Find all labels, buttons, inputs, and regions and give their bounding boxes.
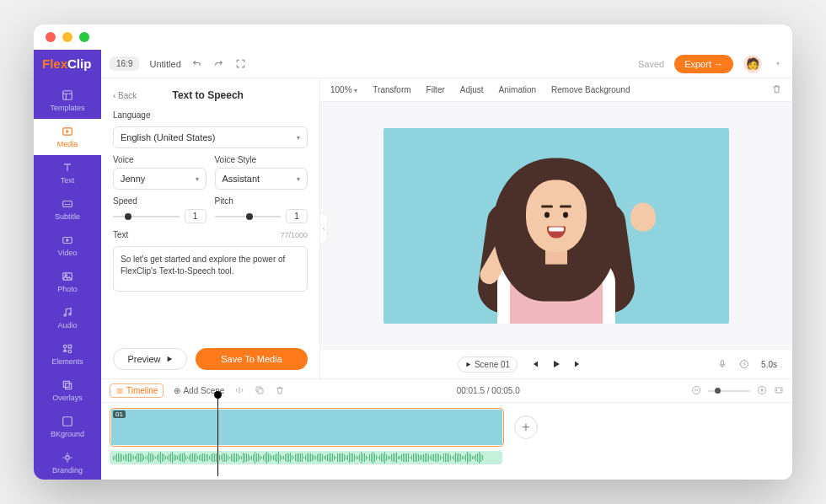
prev-button[interactable] xyxy=(529,359,539,369)
minimize-window-icon[interactable] xyxy=(62,32,72,42)
add-clip-button[interactable]: + xyxy=(514,416,538,439)
timeline-time: 00:01.5 / 00:05.0 xyxy=(457,386,520,395)
svg-point-7 xyxy=(69,314,71,315)
fit-button[interactable] xyxy=(774,385,784,397)
sidebar-item-overlays[interactable]: Overlays xyxy=(34,373,101,409)
language-label: Language xyxy=(113,110,308,120)
speed-value[interactable]: 1 xyxy=(185,209,206,223)
pitch-label: Pitch xyxy=(215,196,308,206)
voice-style-select[interactable]: Assistant▾ xyxy=(215,168,308,190)
zoom-in-button[interactable] xyxy=(757,385,767,397)
chevron-down-icon: ▾ xyxy=(196,175,199,183)
scene-button[interactable]: Scene 01 xyxy=(458,357,518,373)
background-icon xyxy=(62,416,73,427)
play-icon xyxy=(166,356,173,362)
language-value: English (United States) xyxy=(121,132,216,142)
sidebar-item-elements[interactable]: Elements xyxy=(34,336,101,373)
filter-button[interactable]: Filter xyxy=(426,85,445,94)
voice-style-value: Assistant xyxy=(223,174,260,184)
panel-title: Text to Speech xyxy=(142,89,274,101)
svg-rect-17 xyxy=(258,389,263,394)
sidebar-item-templates[interactable]: Templates xyxy=(34,83,101,119)
undo-button[interactable] xyxy=(191,58,203,70)
chevron-down-icon: ▾ xyxy=(354,87,357,94)
logo-clip: Clip xyxy=(67,56,91,71)
sidebar-item-label: Text xyxy=(61,176,75,185)
window-titlebar xyxy=(34,24,792,50)
speed-label: Speed xyxy=(113,196,206,206)
svg-rect-12 xyxy=(66,383,72,389)
text-label: Text xyxy=(113,230,128,239)
sidebar-item-label: Media xyxy=(57,140,78,148)
playhead[interactable] xyxy=(217,393,218,476)
sidebar-item-label: Elements xyxy=(51,357,83,366)
zoom-out-button[interactable] xyxy=(691,385,701,397)
timeline-icon xyxy=(115,387,124,395)
canvas-toolbar: 100% ▾ Transform Filter Adjust Animation… xyxy=(320,78,792,102)
next-button[interactable] xyxy=(573,359,583,369)
user-menu-chevron-icon[interactable]: ▾ xyxy=(772,58,784,70)
sidebar-item-audio[interactable]: Audio xyxy=(34,300,101,336)
aspect-ratio-button[interactable]: 16:9 xyxy=(110,56,139,71)
scene-label: Scene 01 xyxy=(475,360,510,369)
delete-button[interactable] xyxy=(771,83,782,96)
zoom-value: 100% xyxy=(330,85,352,94)
zoom-level-button[interactable]: 100% ▾ xyxy=(330,85,357,94)
animation-button[interactable]: Animation xyxy=(499,85,536,94)
back-button[interactable]: ‹ Back xyxy=(113,91,137,100)
transform-button[interactable]: Transform xyxy=(373,85,410,94)
voice-value: Jenny xyxy=(121,174,145,184)
voice-style-label: Voice Style xyxy=(215,155,308,164)
svg-point-6 xyxy=(64,314,66,316)
copy-button[interactable] xyxy=(255,385,265,397)
maximize-window-icon[interactable] xyxy=(79,32,89,42)
sidebar-item-text[interactable]: Text xyxy=(34,155,101,191)
save-to-media-button[interactable]: Save To Media xyxy=(196,348,308,370)
back-label: Back xyxy=(118,91,137,100)
sidebar-item-bkground[interactable]: BKground xyxy=(34,409,101,445)
panel-collapse-button[interactable]: ‹ xyxy=(319,213,328,244)
sidebar-item-video[interactable]: Video xyxy=(34,228,101,264)
svg-rect-15 xyxy=(721,361,724,366)
elements-icon xyxy=(62,343,73,355)
clip-thumbnail xyxy=(356,410,405,445)
svg-rect-11 xyxy=(63,381,69,387)
video-icon xyxy=(62,234,73,246)
redo-button[interactable] xyxy=(213,58,225,70)
voice-select[interactable]: Jenny▾ xyxy=(113,168,206,190)
preview-button[interactable]: Preview xyxy=(113,348,187,370)
sidebar: FlexClip Templates Media Text Subtitle V… xyxy=(34,50,101,480)
pitch-value[interactable]: 1 xyxy=(286,209,308,223)
delete-clip-button[interactable] xyxy=(275,385,285,397)
close-window-icon[interactable] xyxy=(46,32,56,42)
speed-slider[interactable] xyxy=(113,216,180,217)
tts-panel: ‹ ‹ Back Text to Speech Language English… xyxy=(101,78,320,378)
duration-icon xyxy=(739,359,749,369)
export-button[interactable]: Export → xyxy=(674,55,733,73)
video-stage[interactable] xyxy=(320,102,792,350)
mic-button[interactable] xyxy=(717,359,727,369)
project-title[interactable]: Untitled xyxy=(149,59,180,69)
sidebar-item-subtitle[interactable]: Subtitle xyxy=(34,191,101,228)
svg-rect-0 xyxy=(63,91,72,100)
play-button[interactable] xyxy=(551,359,561,369)
audio-track-clip[interactable] xyxy=(110,451,502,464)
sidebar-item-photo[interactable]: Photo xyxy=(34,264,101,300)
pitch-slider[interactable] xyxy=(215,216,282,217)
zoom-slider[interactable] xyxy=(708,390,750,392)
sidebar-item-media[interactable]: Media xyxy=(34,119,101,155)
user-avatar[interactable]: 🧑 xyxy=(743,55,762,73)
tts-text-input[interactable]: So let's get started and explore the pow… xyxy=(113,246,308,292)
timeline-tab[interactable]: Timeline xyxy=(110,383,164,398)
sidebar-item-branding[interactable]: Branding xyxy=(34,445,101,480)
adjust-button[interactable]: Adjust xyxy=(460,85,484,94)
language-select[interactable]: English (United States)▾ xyxy=(113,126,308,148)
remove-background-button[interactable]: Remove Background xyxy=(551,85,630,94)
video-track-clip[interactable]: 01 xyxy=(110,408,504,447)
clip-thumbnail xyxy=(405,410,453,445)
svg-rect-2 xyxy=(63,201,72,207)
split-button[interactable] xyxy=(234,385,244,397)
media-icon xyxy=(62,126,73,137)
sidebar-item-label: Photo xyxy=(57,285,78,293)
fullscreen-button[interactable] xyxy=(235,58,247,70)
